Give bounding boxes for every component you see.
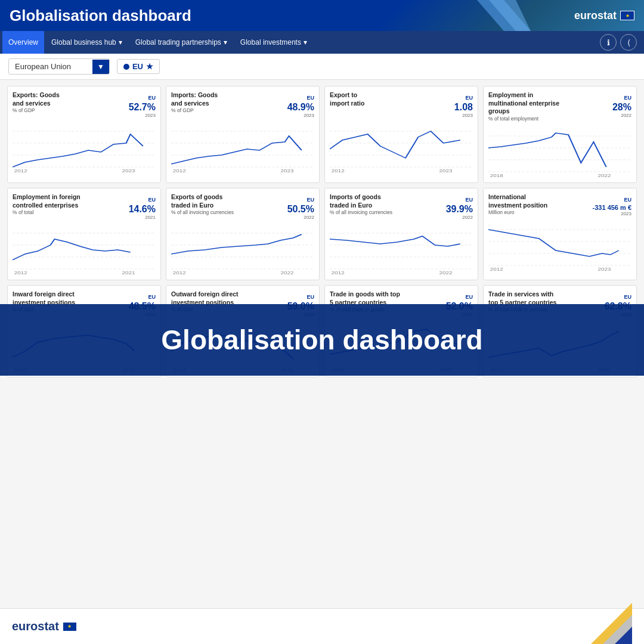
- chart-svg: 2012 2023: [13, 119, 156, 173]
- bottom-decoration: [537, 603, 632, 645]
- nav-global-business[interactable]: Global business hub ▾: [45, 31, 128, 54]
- selected-country: European Union: [9, 59, 92, 74]
- nav-overview[interactable]: Overview: [2, 31, 44, 54]
- bottom-eurostat-label: eurostat: [12, 620, 59, 633]
- chart-header: Imports of goods traded in Euro % of all…: [330, 193, 473, 220]
- info-button[interactable]: ℹ: [600, 34, 617, 51]
- eu-flag-icon: ★: [620, 11, 634, 20]
- chart-header: International investment position Millio…: [488, 193, 631, 216]
- chart-subtitle: Million euro: [488, 209, 587, 215]
- svg-text:2012: 2012: [490, 267, 503, 272]
- chart-header: Imports: Goods and services % of GDP EU …: [171, 91, 314, 118]
- bottom-eu-flag-icon: ★: [63, 622, 77, 631]
- svg-text:2023: 2023: [439, 168, 453, 173]
- overlay-title: Globalisation dashboard: [161, 324, 482, 356]
- chart-subtitle: % of total: [13, 209, 129, 215]
- svg-text:2023: 2023: [281, 168, 294, 173]
- share-button[interactable]: ⟨: [620, 34, 637, 51]
- country-selector[interactable]: European Union ▼: [8, 58, 110, 75]
- eurostat-label: eurostat: [574, 10, 617, 22]
- chart-title: Imports of goods traded in Euro: [330, 193, 392, 209]
- chart-year: 2023: [593, 211, 631, 216]
- svg-text:2022: 2022: [281, 270, 294, 275]
- chart-card-employment-foreign: Employment in foreign controlled enterpr…: [7, 188, 161, 280]
- chart-eu-text: EU: [624, 294, 631, 300]
- chart-header: Exports of goods traded in Euro % of all…: [171, 193, 314, 220]
- svg-text:2022: 2022: [439, 270, 453, 275]
- chart-title: Exports: Goods and services: [13, 91, 69, 107]
- chevron-down-icon: ▾: [224, 38, 227, 47]
- chart-card-exports-euro: Exports of goods traded in Euro % of all…: [166, 188, 320, 280]
- svg-text:2012: 2012: [173, 270, 186, 275]
- chart-card-employment-multinational: Employment in multinational enterprise g…: [483, 86, 637, 183]
- chart-value: 50.5%: [287, 204, 314, 215]
- chart-eu-text: EU: [306, 95, 314, 101]
- chart-card-exports-goods: Exports: Goods and services % of GDP EU …: [7, 86, 161, 183]
- chart-svg: 2012 2023: [171, 119, 314, 173]
- chart-eu-text: EU: [624, 95, 631, 101]
- chart-title: Employment in foreign controlled enterpr…: [13, 193, 88, 209]
- chart-title: Imports: Goods and services: [171, 91, 227, 107]
- chart-value: 48.9%: [287, 102, 314, 113]
- bottom-logo: eurostat ★: [12, 620, 77, 633]
- page-title: Globalisation dashboard: [10, 7, 191, 25]
- filter-bar: European Union ▼ EU ★: [0, 54, 644, 80]
- eurostat-logo: eurostat ★: [574, 10, 634, 22]
- chart-value: -331 456 m €: [593, 204, 631, 211]
- chart-subtitle: % of all invoicing currencies: [330, 209, 425, 215]
- chart-year: 2023: [287, 113, 314, 118]
- chart-eu-text: EU: [306, 294, 314, 300]
- dropdown-button[interactable]: ▼: [92, 60, 109, 74]
- star-icon: ★: [146, 62, 153, 71]
- svg-text:2021: 2021: [122, 270, 135, 275]
- chart-card-imports-goods: Imports: Goods and services % of GDP EU …: [166, 86, 320, 183]
- chart-card-intl-investment: International investment position Millio…: [483, 188, 637, 280]
- svg-text:2012: 2012: [332, 168, 345, 173]
- chart-title: International investment position: [488, 193, 552, 209]
- chart-title: Employment in multinational enterprise g…: [488, 91, 569, 116]
- svg-text:2012: 2012: [332, 270, 345, 275]
- svg-text:2018: 2018: [490, 173, 503, 178]
- chart-header: Employment in foreign controlled enterpr…: [13, 193, 156, 220]
- chevron-down-icon: ▾: [119, 38, 122, 47]
- eu-badge[interactable]: EU ★: [117, 59, 160, 74]
- chart-value: 1.08: [454, 102, 473, 113]
- svg-text:2012: 2012: [14, 168, 27, 173]
- chart-svg: 2012 2023: [488, 218, 631, 271]
- svg-text:2012: 2012: [173, 168, 186, 173]
- chart-svg: 2012 2023: [330, 119, 473, 173]
- svg-text:2022: 2022: [598, 173, 611, 178]
- chart-subtitle: % of GDP: [13, 107, 99, 113]
- chart-value: 39.9%: [446, 204, 473, 215]
- header: Globalisation dashboard eurostat ★: [0, 0, 644, 31]
- chart-year: 2022: [446, 215, 473, 220]
- chart-header: Employment in multinational enterprise g…: [488, 91, 631, 123]
- svg-text:2012: 2012: [14, 270, 27, 275]
- chart-eu-text: EU: [306, 197, 314, 203]
- chart-year: 2022: [612, 113, 631, 118]
- chart-header: Exports: Goods and services % of GDP EU …: [13, 91, 156, 118]
- chart-year: 2023: [129, 113, 156, 118]
- chart-svg: 2018 2022: [488, 124, 631, 178]
- svg-text:2023: 2023: [122, 168, 135, 173]
- bottom-section: eurostat ★: [0, 608, 644, 644]
- chart-year: 2023: [454, 113, 473, 118]
- chart-eu-text: EU: [465, 294, 473, 300]
- chart-subtitle: % of GDP: [171, 107, 258, 113]
- nav-trading-partnerships[interactable]: Global trading partnerships ▾: [129, 31, 233, 54]
- chart-eu-text: EU: [148, 294, 156, 300]
- nav-investments[interactable]: Global investments ▾: [234, 31, 313, 54]
- svg-text:2023: 2023: [598, 267, 611, 272]
- chart-value: 14.6%: [129, 204, 156, 215]
- chart-value: 28%: [612, 102, 631, 113]
- chart-year: 2021: [129, 215, 156, 220]
- chart-subtitle: % of total employment: [488, 116, 612, 122]
- chart-eu-text: EU: [148, 95, 156, 101]
- chart-title: Export to import ratio: [330, 91, 371, 107]
- chart-svg: 2012 2022: [171, 221, 314, 275]
- overlay-banner: Globalisation dashboard: [0, 304, 644, 376]
- chart-year: 2022: [287, 215, 314, 220]
- chart-eu-text: EU: [465, 95, 473, 101]
- chart-svg: 2012 2021: [13, 221, 156, 275]
- chart-value: 52.7%: [129, 102, 156, 113]
